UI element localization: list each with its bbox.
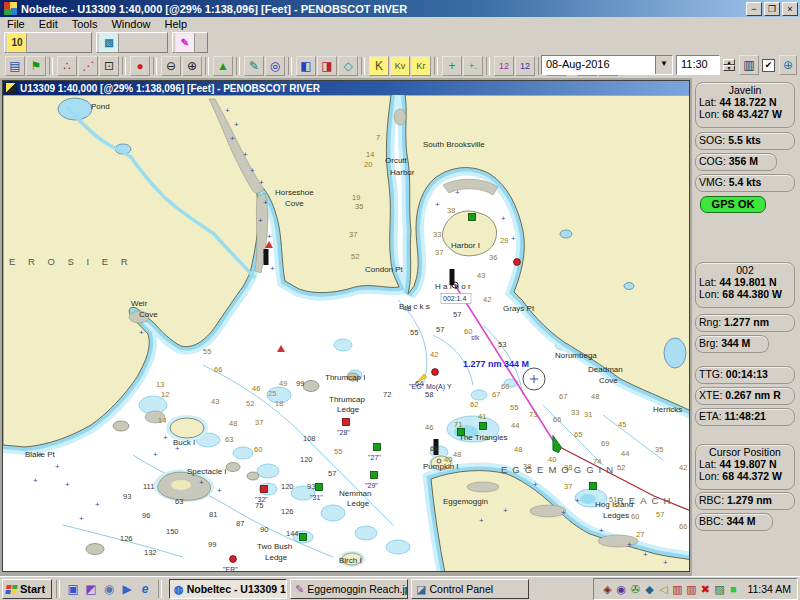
- nav-plan-icon[interactable]: K: [369, 56, 389, 76]
- restore-button[interactable]: ❐: [764, 2, 780, 16]
- center-vessel-icon[interactable]: +.: [463, 56, 483, 76]
- nautical-chart[interactable]: ++++++++++++++++++++++++++++++++++++ "31…: [3, 95, 689, 571]
- chart-canvas[interactable]: ++++++++++++++++++++++++++++++++++++ "31…: [3, 95, 689, 571]
- data-row: Lon: 68 44.380 W: [696, 288, 794, 300]
- start-button[interactable]: Start: [2, 579, 52, 599]
- place-label: B u c k s: [399, 302, 430, 311]
- data-row: Lat: 44 19.801 N: [696, 276, 794, 288]
- app-icon: [3, 1, 18, 16]
- target-tool-icon[interactable]: ◎: [265, 56, 285, 76]
- depth-sounding: 46: [252, 384, 260, 393]
- quicklaunch-ie-icon[interactable]: e: [136, 580, 154, 598]
- window-title: Nobeltec - U13309 1:40,000 [@29% 1:138,0…: [21, 3, 746, 15]
- data-label: Lon:: [699, 288, 722, 300]
- alarm-stop-icon[interactable]: ●: [130, 56, 150, 76]
- rock-cross-icon: +: [267, 232, 272, 241]
- rng-pill: Rng: 1.277 nm: [695, 314, 795, 332]
- rock-cross-icon: +: [561, 508, 566, 517]
- close-button[interactable]: ×: [782, 2, 798, 16]
- chart-info-icon[interactable]: ⚑: [26, 56, 46, 76]
- open-chart-icon[interactable]: ▤: [5, 56, 25, 76]
- nav-vector-icon[interactable]: Kv: [390, 56, 410, 76]
- place-label: Cove: [285, 199, 304, 208]
- measure-bearing-icon[interactable]: 12: [494, 56, 514, 76]
- tray-sync2-icon[interactable]: ▥: [684, 583, 698, 596]
- menu-item-edit[interactable]: Edit: [32, 18, 65, 30]
- rock-cross-icon: +: [55, 462, 60, 471]
- data-row: VMG: 5.4 kts: [696, 176, 794, 188]
- measure-range-icon[interactable]: 12: [515, 56, 535, 76]
- task-image-viewer[interactable]: ✎Eggemoggin Reach.jpg - ...: [290, 579, 408, 599]
- place-label: Spectacle I: [187, 467, 227, 476]
- buoy-label: "27": [368, 454, 381, 461]
- tray-gps-icon[interactable]: ■: [726, 583, 740, 596]
- menu-item-file[interactable]: File: [0, 18, 32, 30]
- chart-planning-button[interactable]: ▧: [99, 33, 119, 53]
- rbc-pill: RBC: 1.279 nm: [695, 492, 795, 510]
- depth-sounding: 57: [453, 310, 461, 319]
- time-down-button[interactable]: ▼: [723, 65, 735, 71]
- pen-tool-button[interactable]: ✎: [175, 33, 195, 53]
- menu-item-window[interactable]: Window: [104, 18, 157, 30]
- menu-item-help[interactable]: Help: [158, 18, 195, 30]
- quicklaunch-media-icon[interactable]: ◉: [100, 580, 118, 598]
- tray-error-icon[interactable]: ✖: [698, 583, 712, 596]
- tray-network-icon[interactable]: ✇: [628, 583, 642, 596]
- data-value: 344 M: [721, 337, 750, 349]
- chart-diamond-icon[interactable]: ◇: [338, 56, 358, 76]
- task-label: Nobeltec - U13309 1:4...: [187, 583, 287, 595]
- vessel-marker-icon[interactable]: ▲: [213, 56, 233, 76]
- date-combobox[interactable]: 08-Aug-2016 ▼: [541, 55, 673, 75]
- depth-sounding: 36: [489, 253, 497, 262]
- tray-sync1-icon[interactable]: ▥: [670, 583, 684, 596]
- toolbar-separator: [486, 57, 490, 75]
- rock-cross-icon: +: [258, 216, 263, 225]
- tray-antivirus-icon[interactable]: ◆: [642, 583, 656, 596]
- minimize-button[interactable]: −: [746, 2, 762, 16]
- chart-10-button[interactable]: 10: [7, 33, 27, 53]
- data-label: Rng:: [699, 316, 724, 328]
- nav-relative-icon[interactable]: Kr: [411, 56, 431, 76]
- instrument-sidebar: JavelinLat: 44 18.722 NLon: 68 43.427 WS…: [692, 78, 800, 576]
- data-value: 44 19.801 N: [719, 276, 776, 288]
- quicklaunch-player-icon[interactable]: ▶: [118, 580, 136, 598]
- menu-item-tools[interactable]: Tools: [65, 18, 105, 30]
- globe-icon[interactable]: ⊕: [779, 55, 797, 75]
- depth-sounding: 42: [679, 463, 687, 472]
- depth-sounding: 49: [279, 379, 287, 388]
- task-control-panel[interactable]: ◪Control Panel: [411, 579, 529, 599]
- mark-tool-icon[interactable]: ∴: [57, 56, 77, 76]
- zoom-out-icon[interactable]: ⊖: [161, 56, 181, 76]
- realtime-checkbox[interactable]: ✔: [762, 59, 775, 72]
- chart-overlay-icon[interactable]: ◧: [296, 56, 316, 76]
- playback-film-icon[interactable]: ▥: [739, 55, 759, 75]
- buoy-label: "EG" Mo(A) Y: [409, 383, 452, 391]
- boxed-mark-tool-icon[interactable]: ⊡: [99, 56, 119, 76]
- chart-union-icon[interactable]: ◨: [317, 56, 337, 76]
- zoom-in-icon[interactable]: ⊕: [182, 56, 202, 76]
- panel-title: Javelin: [696, 84, 794, 96]
- track-tool-icon[interactable]: ✎: [244, 56, 264, 76]
- rock-cross-icon: +: [599, 526, 604, 535]
- depth-sounding: 90: [260, 525, 268, 534]
- depth-sounding: 48: [453, 450, 461, 459]
- place-label: Eggemoggin: [443, 497, 488, 506]
- chevron-down-icon[interactable]: ▼: [655, 56, 672, 74]
- quicklaunch-messenger-icon[interactable]: ◩: [82, 580, 100, 598]
- tray-display-icon[interactable]: ◈: [600, 583, 614, 596]
- depth-sounding: 52: [246, 399, 254, 408]
- tray-chart-icon[interactable]: ▨: [712, 583, 726, 596]
- place-label: Pond: [91, 102, 110, 111]
- tray-volume-icon[interactable]: ◉: [614, 583, 628, 596]
- task-nobeltec[interactable]: ◍Nobeltec - U13309 1:4...: [169, 579, 287, 599]
- rock-cross-icon: +: [663, 558, 668, 567]
- time-spinner[interactable]: 11:30: [676, 55, 720, 75]
- center-position-icon[interactable]: +: [442, 56, 462, 76]
- place-label: Buck I: [173, 438, 195, 447]
- route-tool-icon[interactable]: ⋰: [78, 56, 98, 76]
- quicklaunch-desktop-icon[interactable]: ▣: [64, 580, 82, 598]
- tray-audio-icon[interactable]: ◁: [656, 583, 670, 596]
- rock-cross-icon: +: [163, 433, 168, 442]
- place-label: Weir: [131, 299, 148, 308]
- application-window: Nobeltec - U13309 1:40,000 [@29% 1:138,0…: [0, 0, 800, 600]
